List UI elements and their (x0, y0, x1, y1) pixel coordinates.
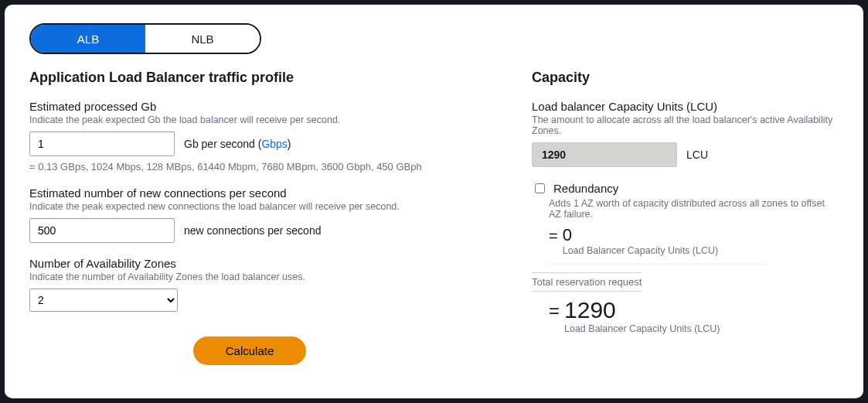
gb-unit-suffix: ) (288, 138, 291, 150)
redundancy-row: Redundancy (532, 181, 839, 196)
capacity-title: Capacity (532, 70, 839, 86)
lcu-hint: The amount to allocate across all the lo… (532, 114, 839, 136)
total-value-row: = 1290 Load Balancer Capacity Units (LCU… (549, 298, 839, 334)
processed-gb-hint: Indicate the peak expected Gb the load b… (29, 114, 470, 125)
new-connections-input[interactable] (29, 218, 175, 243)
equals-icon: = (549, 298, 560, 324)
gb-conversion-text: = 0.13 GBps, 1024 Mbps, 128 MBps, 61440 … (29, 161, 470, 172)
calculate-button[interactable]: Calculate (193, 336, 307, 365)
total-value-unit: Load Balancer Capacity Units (LCU) (564, 323, 720, 334)
processed-gb-block: Estimated processed Gb Indicate the peak… (29, 100, 470, 172)
lcu-unit: LCU (686, 149, 708, 161)
redundancy-label: Redundancy (553, 182, 618, 195)
traffic-profile-title: Application Load Balancer traffic profil… (29, 70, 470, 86)
redundancy-hint: Adds 1 AZ worth of capacity distributed … (549, 198, 839, 220)
redundancy-checkbox[interactable] (535, 183, 545, 193)
tab-alb[interactable]: ALB (31, 25, 145, 53)
traffic-profile-section: Application Load Balancer traffic profil… (29, 70, 470, 365)
calculator-card: ALB NLB Application Load Balancer traffi… (5, 5, 863, 398)
processed-gb-input[interactable] (29, 131, 175, 156)
az-block: Number of Availability Zones Indicate th… (29, 257, 470, 312)
lcu-label: Load balancer Capacity Units (LCU) (532, 100, 839, 113)
new-connections-block: Estimated number of new connections per … (29, 186, 470, 243)
total-request-label: Total reservation request (532, 272, 642, 292)
redundancy-value-unit: Load Balancer Capacity Units (LCU) (563, 245, 718, 256)
new-connections-unit: new connections per second (184, 224, 321, 237)
capacity-section: Capacity Load balancer Capacity Units (L… (532, 70, 839, 365)
az-select[interactable]: 2 (29, 289, 178, 312)
lcu-output (532, 142, 677, 167)
az-hint: Indicate the number of Availability Zone… (29, 272, 470, 282)
processed-gb-unit: Gb per second (Gbps) (184, 138, 291, 150)
total-value: 1290 (564, 298, 720, 323)
divider (549, 264, 765, 265)
redundancy-value: 0 (563, 226, 718, 244)
new-connections-label: Estimated number of new connections per … (29, 186, 470, 200)
gbps-link[interactable]: Gbps (261, 138, 287, 150)
new-connections-hint: Indicate the peak expected new connectio… (29, 201, 470, 212)
az-label: Number of Availability Zones (29, 257, 470, 270)
tab-nlb[interactable]: NLB (145, 25, 260, 53)
equals-icon: = (549, 226, 558, 246)
lb-type-tabs: ALB NLB (29, 23, 261, 54)
processed-gb-label: Estimated processed Gb (29, 100, 470, 113)
lcu-block: Load balancer Capacity Units (LCU) The a… (532, 100, 839, 167)
gb-unit-prefix: Gb per second ( (184, 138, 261, 150)
redundancy-value-row: = 0 Load Balancer Capacity Units (LCU) (549, 226, 839, 256)
